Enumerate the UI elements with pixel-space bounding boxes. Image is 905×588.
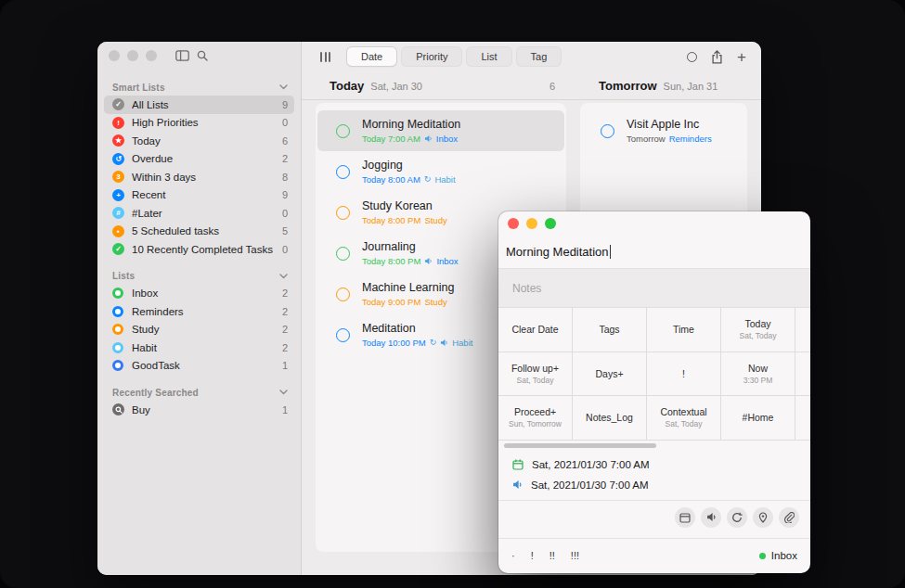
task-time: Today 9:00 PM bbox=[362, 297, 420, 307]
list-color-icon bbox=[112, 360, 123, 371]
list-selector[interactable]: Inbox bbox=[759, 550, 797, 561]
quick-action-contextual[interactable]: ContextualSat, Today bbox=[647, 396, 721, 441]
quick-action-tags[interactable]: Tags bbox=[573, 308, 647, 352]
overdue-icon: ↺ bbox=[112, 153, 124, 165]
sidebar-item-recent[interactable]: + Recent 9 bbox=[104, 186, 294, 205]
alert-button[interactable] bbox=[701, 507, 721, 528]
add-task-button[interactable]: + bbox=[737, 49, 746, 65]
popup-footer: · ! !! !!! Inbox bbox=[498, 539, 810, 573]
quick-action-time[interactable]: Time bbox=[647, 308, 721, 352]
task-time: Today 8:00 PM bbox=[362, 215, 420, 225]
sidebar-item-count: 2 bbox=[282, 306, 288, 317]
tab-tag[interactable]: Tag bbox=[517, 47, 562, 66]
tab-priority[interactable]: Priority bbox=[402, 47, 461, 66]
sidebar-item-later[interactable]: # #Later 0 bbox=[104, 204, 294, 223]
quick-action-priority[interactable]: ! bbox=[647, 352, 721, 397]
minimize-window-button[interactable] bbox=[526, 218, 537, 229]
task-complete-circle[interactable] bbox=[336, 328, 350, 342]
task-row[interactable]: Visit Apple Inc Tomorrow Reminders bbox=[582, 110, 745, 151]
tab-date[interactable]: Date bbox=[347, 47, 396, 66]
task-time: Today 8:00 PM bbox=[362, 256, 420, 266]
quick-action-now[interactable]: Now3:30 PM bbox=[721, 352, 795, 397]
sidebar-item-label: All Lists bbox=[132, 99, 282, 110]
task-row[interactable]: Jogging Today 8:00 AM ↻ Habit bbox=[317, 151, 564, 192]
task-complete-circle[interactable] bbox=[336, 288, 350, 301]
attachment-button[interactable] bbox=[779, 507, 799, 528]
quick-action-clear-date[interactable]: Clear Date bbox=[498, 308, 573, 352]
quick-action-home-tag[interactable]: #Home bbox=[721, 396, 795, 441]
sidebar-item-buy-search[interactable]: Buy 1 bbox=[104, 401, 294, 419]
window-titlebar bbox=[97, 42, 301, 70]
sidebar-item-overdue[interactable]: ↺ Overdue 2 bbox=[104, 150, 294, 169]
quick-action-notes-log[interactable]: Notes_Log bbox=[573, 396, 647, 441]
sidebar-item-inbox[interactable]: Inbox 2 bbox=[104, 285, 294, 303]
priority-medium-option[interactable]: !! bbox=[549, 550, 555, 561]
location-button[interactable] bbox=[753, 507, 773, 528]
zoom-window-button[interactable] bbox=[146, 50, 157, 61]
minimize-window-button[interactable] bbox=[127, 50, 138, 61]
sidebar-item-label: 5 Scheduled tasks bbox=[132, 225, 282, 236]
show-completed-icon[interactable] bbox=[687, 52, 697, 62]
sidebar-item-count: 9 bbox=[282, 189, 288, 200]
sidebar-item-all-lists[interactable]: ✓ All Lists 9 bbox=[104, 96, 294, 114]
sidebar-item-recently-completed[interactable]: ✓ 10 Recently Completed Tasks 0 bbox=[104, 240, 294, 259]
sidebar-item-count: 2 bbox=[282, 288, 288, 299]
calendar-icon bbox=[512, 459, 524, 470]
sidebar-item-today[interactable]: ★ Today 6 bbox=[104, 132, 294, 150]
task-title: Jogging bbox=[362, 159, 456, 172]
column-title: Today bbox=[330, 79, 364, 93]
priority-high-option[interactable]: !!! bbox=[571, 550, 579, 561]
sidebar-item-label: 10 Recently Completed Tasks bbox=[132, 244, 282, 255]
today-column-header: Today Sat, Jan 30 6 bbox=[316, 79, 566, 93]
search-button[interactable] bbox=[197, 50, 208, 61]
sidebar-item-scheduled-tasks[interactable]: ▪ 5 Scheduled tasks 5 bbox=[104, 223, 294, 241]
recent-icon: + bbox=[112, 189, 124, 201]
section-title: Lists bbox=[112, 271, 135, 281]
priority-none-option[interactable]: · bbox=[511, 550, 515, 561]
lists-section-header[interactable]: Lists bbox=[97, 268, 301, 285]
priority-low-option[interactable]: ! bbox=[531, 550, 534, 561]
close-window-button[interactable] bbox=[109, 50, 120, 61]
sidebar-item-reminders[interactable]: Reminders 2 bbox=[104, 302, 294, 321]
zoom-window-button[interactable] bbox=[545, 218, 556, 229]
scrollbar-thumb[interactable] bbox=[504, 443, 656, 448]
notes-input[interactable]: Notes bbox=[498, 269, 810, 308]
quick-action-today[interactable]: TodaySat, Today bbox=[721, 308, 795, 352]
column-title: Tomorrow bbox=[599, 79, 657, 93]
popup-titlebar bbox=[498, 211, 810, 236]
task-complete-circle[interactable] bbox=[336, 124, 350, 138]
sidebar-item-high-priorities[interactable]: ! High Priorities 0 bbox=[104, 114, 294, 133]
task-complete-circle[interactable] bbox=[336, 247, 350, 261]
calendar-button[interactable] bbox=[675, 507, 695, 528]
task-row[interactable]: Morning Meditation Today 7:00 AM Inbox bbox=[317, 110, 564, 151]
task-title-input[interactable]: Morning Meditation bbox=[498, 236, 810, 269]
sidebar-item-study[interactable]: Study 2 bbox=[104, 321, 294, 339]
grid-scrollbar[interactable] bbox=[498, 441, 810, 451]
sidebar-item-habit[interactable]: Habit 2 bbox=[104, 339, 294, 357]
share-button[interactable] bbox=[711, 50, 723, 64]
smart-lists-section-header[interactable]: Smart Lists bbox=[97, 79, 301, 96]
task-complete-circle[interactable] bbox=[336, 165, 350, 179]
close-window-button[interactable] bbox=[508, 218, 519, 229]
location-icon bbox=[757, 512, 769, 523]
task-complete-circle[interactable] bbox=[601, 124, 614, 138]
sidebar-item-label: Habit bbox=[132, 342, 282, 353]
quick-action-proceed[interactable]: Proceed+Sun, Tomorrow bbox=[498, 396, 573, 441]
sidebar-icon bbox=[175, 50, 189, 61]
sidebar-item-goodtask[interactable]: GoodTask 1 bbox=[104, 357, 294, 376]
task-complete-circle[interactable] bbox=[336, 206, 350, 220]
alert-date-row[interactable]: Sat, 2021/01/30 7:00 AM bbox=[498, 475, 810, 495]
tab-list[interactable]: List bbox=[467, 47, 511, 66]
quick-action-follow-up[interactable]: Follow up+Sat, Today bbox=[498, 352, 573, 397]
repeat-button[interactable] bbox=[727, 507, 747, 528]
task-list-name: Reminders bbox=[669, 134, 712, 144]
due-date-row[interactable]: Sat, 2021/01/30 7:00 AM bbox=[498, 454, 810, 475]
quick-action-days[interactable]: Days+ bbox=[573, 352, 647, 397]
scheduled-icon: ▪ bbox=[112, 225, 124, 237]
task-title: Meditation bbox=[362, 322, 472, 335]
recently-searched-section-header[interactable]: Recently Searched bbox=[97, 384, 301, 401]
columns-layout-icon[interactable] bbox=[320, 52, 330, 62]
sidebar-item-count: 9 bbox=[282, 99, 288, 110]
toggle-sidebar-button[interactable] bbox=[175, 50, 189, 61]
sidebar-item-within-3-days[interactable]: 3 Within 3 days 8 bbox=[104, 168, 294, 186]
